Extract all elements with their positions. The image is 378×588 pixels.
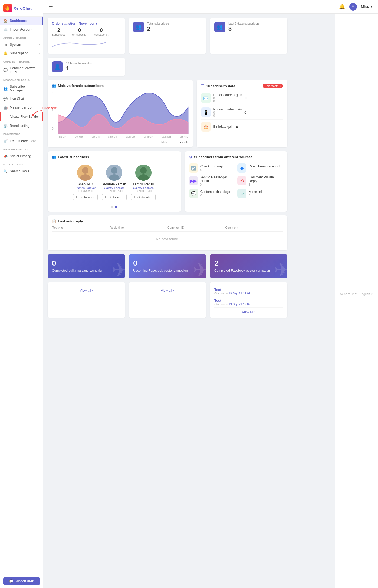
stat-card-main: 👥 Total subscribers 2	[133, 22, 202, 32]
carousel-dot-1[interactable]	[115, 206, 117, 208]
auto-reply-icon: 📋	[52, 219, 56, 223]
click-arrow-icon	[28, 110, 44, 121]
sidebar-item-import[interactable]: ☁️ Import Account	[0, 25, 43, 34]
sidebar-item-visual-flow[interactable]: ⊞ Visual Flow Builder Click here	[0, 112, 43, 121]
svg-point-7	[140, 167, 147, 174]
view-all-link-2[interactable]: View all ›	[214, 310, 283, 314]
sub-data-title: ☰ Subscriber's data	[201, 84, 235, 88]
topnav-right: 🔔 M Miraz ▾	[339, 3, 373, 11]
section-label-messenger: MESSENGER TOOLS	[0, 76, 43, 83]
email-icon: ✉️	[201, 93, 211, 103]
source-item-comment-reply: ⟲ Comment Private Reply 1	[237, 175, 283, 186]
mme-link-icon: ∞	[237, 189, 246, 198]
dashboard-icon: 🏠	[3, 19, 8, 23]
inbox-btn-0[interactable]: ✉ Go to inbox	[73, 194, 98, 200]
order-stats-card: Order statistics - November ▾ 2 Subscrib…	[48, 18, 125, 54]
sidebar-item-live-chat[interactable]: 💬 Live Chat	[0, 94, 43, 103]
male-female-chart-card: 👥 Male vs female subscribers 2 1 0	[48, 80, 193, 147]
sidebar-item-search-tools[interactable]: 🔍 Search Tools	[0, 167, 43, 176]
view-all-link-1[interactable]: View all ›	[133, 289, 202, 293]
livechat-icon: 💬	[3, 97, 8, 101]
sidebar-item-dashboard[interactable]: 🏠 Dashboard	[0, 17, 43, 25]
female-legend-dot	[172, 142, 178, 142]
campaign-bg-icon-0: ✈	[112, 259, 125, 278]
total-sub-label: Total subscribers	[147, 22, 170, 25]
sidebar-item-comment-growth[interactable]: 💬 Comment growth tools	[0, 64, 43, 76]
this-month-badge[interactable]: This month ▾	[263, 84, 283, 88]
sidebar-logo: 🤚 XeroChat	[0, 0, 43, 17]
campaign-num-0: 0	[52, 259, 121, 268]
inbox-icon: ✉	[76, 195, 78, 199]
subscribed-stat: 2 Subscribed	[52, 28, 65, 36]
sub-time-2: 19 Hours Ago	[131, 189, 156, 192]
campaign-card-0: 0 Completed bulk message campaign ✈	[48, 254, 125, 278]
campaign-num-2: 2	[214, 259, 283, 268]
campaign-detail-empty-1: View all ›	[129, 282, 206, 318]
inbox-btn-1[interactable]: ✉ Go to inbox	[102, 194, 127, 200]
total-subscribers-card: 👥 Total subscribers 2	[129, 18, 206, 54]
notification-bell-icon[interactable]: 🔔	[339, 4, 345, 10]
sub-name-1: Mostofa Zaman	[102, 182, 127, 186]
main-content: Order statistics - November ▾ 2 Subscrib…	[43, 14, 292, 588]
post-meta-1: Cta post • 19 Sep 21 12:02	[214, 303, 283, 306]
sub-time-1: 19 Hours Ago	[102, 189, 127, 192]
sidebar-item-subscriber-manager[interactable]: 👥 Subscriber Manager	[0, 83, 43, 94]
sub-page-1: Galaxy Fashion	[102, 186, 127, 189]
topnav: ☰ 🔔 M Miraz ▾	[43, 0, 378, 14]
sidebar-item-ecommerce[interactable]: 🛒 Ecommerce store	[0, 137, 43, 145]
carousel-dot-0[interactable]	[111, 206, 113, 208]
subscriber-icon: 👥	[3, 86, 8, 91]
post-title-1[interactable]: Test	[214, 298, 283, 303]
chart-x-labels: 4th Oct 7th Oct 9th Oct 12th Oct 21st Oc…	[58, 136, 189, 138]
sub-name-0: Shahi Nur	[73, 182, 98, 186]
order-month-link[interactable]: November	[79, 22, 95, 25]
sidebar-item-system[interactable]: 🖥 System ›	[0, 40, 43, 49]
last7days-card: 👥 Last 7 days subscribers 3	[210, 18, 287, 54]
hours-num: 1	[66, 65, 92, 72]
sidebar: 🤚 XeroChat 🏠 Dashboard ☁️ Import Account…	[0, 0, 43, 588]
sidebar-item-label: Dashboard	[10, 19, 27, 23]
hours-label: 24 hours interaction	[66, 62, 92, 65]
birthday-icon: 🎂	[201, 122, 211, 132]
avatar-0	[77, 165, 93, 181]
birthday-gain-row: 🎂 Birthdate gain 0	[201, 120, 283, 134]
post-title-0[interactable]: Test	[214, 288, 283, 292]
sidebar-item-broadcasting[interactable]: 📡 Broadcasting	[0, 121, 43, 130]
subscriber-card-1: Mostofa Zaman Galaxy Fashion 19 Hours Ag…	[102, 165, 127, 200]
campaign-card-2: 2 Completed Facebook poster campaign ✈	[210, 254, 287, 278]
hamburger-button[interactable]: ☰	[49, 4, 53, 10]
area-svg	[58, 90, 189, 134]
broadcast-icon: 📡	[3, 124, 8, 128]
sidebar-item-label: Messenger Bot	[10, 106, 32, 109]
arrow-icon: ›	[39, 43, 40, 46]
section-label-ecommerce: ECOMMERCE	[0, 130, 43, 137]
hours-interaction-card: 👤 24 hours interaction 1	[48, 58, 125, 76]
table-header: Reply to Reply time Comment ID Comment	[52, 226, 283, 232]
source-item-mme-link: ∞ M.me link 0	[237, 189, 283, 198]
sidebar-item-label: Search Tools	[10, 169, 29, 173]
support-desk-button[interactable]: 💬 Support desk	[3, 577, 40, 585]
auto-reply-card: 📋 Last auto reply Reply to Reply time Co…	[48, 215, 287, 250]
carousel-dots	[52, 206, 177, 208]
sidebar-item-subscription[interactable]: 🔔 Subscription ›	[0, 49, 43, 58]
legend-female: Female	[172, 140, 189, 144]
bot-icon: 🤖	[3, 105, 8, 110]
sidebar-item-social-posting[interactable]: 📣 Social Posting	[0, 152, 43, 160]
section-label-comment: COMMENT FEATURE	[0, 58, 43, 64]
phone-icon: 📱	[201, 107, 211, 117]
sub-page-0: Friends Forever	[73, 186, 98, 189]
male-legend-dot	[155, 142, 160, 142]
username-dropdown[interactable]: Miraz ▾	[361, 5, 373, 9]
no-data-message: No data found.	[52, 232, 283, 247]
view-all-link-0[interactable]: View all ›	[52, 289, 121, 293]
sidebar-item-label: Broadcasting	[10, 124, 29, 128]
flow-icon: ⊞	[4, 114, 8, 119]
view-all-arrow-0: ›	[92, 289, 93, 293]
footer-language-dropdown[interactable]: English ▾	[359, 292, 373, 296]
badge-chevron-icon: ▾	[280, 84, 281, 87]
inbox-btn-2[interactable]: ✉ Go to inbox	[131, 194, 156, 200]
posting-icon: 📣	[3, 154, 8, 158]
subscriber-card-0: Shahi Nur Friends Forever 11 Days Ago ✉ …	[73, 165, 98, 200]
checkbox-plugin-icon: ☑️	[189, 163, 198, 173]
latest-sub-title: 👥 Latest subscribers	[52, 155, 177, 159]
